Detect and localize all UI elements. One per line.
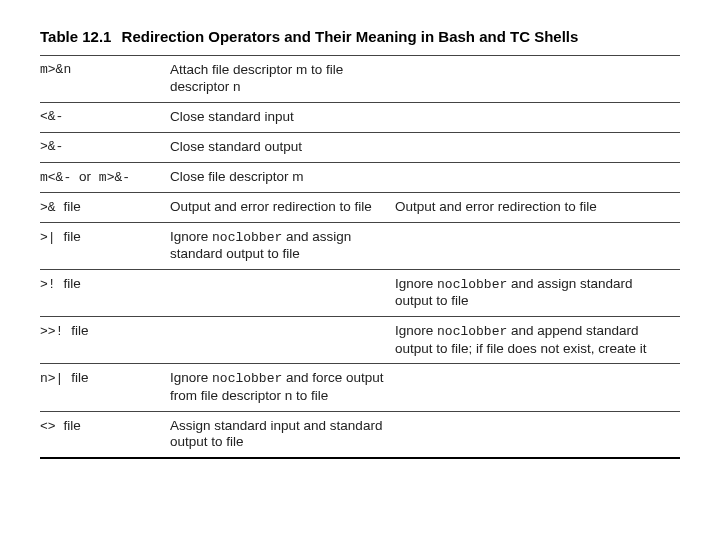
operator-cell: <> file [40,411,170,458]
table-row: m<&- or m>&-Close file descriptor m [40,162,680,192]
bash-meaning-cell: Close standard output [170,132,395,162]
table-row: m>&nAttach file descriptor m to file des… [40,56,680,103]
tcsh-meaning-cell: Ignore noclobber and assign standard out… [395,270,680,317]
operator-cell: >&- [40,132,170,162]
tcsh-meaning-cell [395,132,680,162]
tcsh-meaning-cell: Output and error redirection to file [395,192,680,222]
bash-meaning-cell: Ignore noclobber and force output from f… [170,364,395,411]
table-row: n>| fileIgnore noclobber and force outpu… [40,364,680,411]
tcsh-meaning-cell [395,364,680,411]
table-row: >| fileIgnore noclobber and assign stand… [40,223,680,270]
table-row: >>! fileIgnore noclobber and append stan… [40,317,680,364]
bash-meaning-cell: Close file descriptor m [170,162,395,192]
table-caption: Table 12.1 Redirection Operators and The… [40,28,680,45]
tcsh-meaning-cell: Ignore noclobber and append standard out… [395,317,680,364]
operator-cell: m<&- or m>&- [40,162,170,192]
operator-cell: >>! file [40,317,170,364]
tcsh-meaning-cell [395,162,680,192]
table-row: <> fileAssign standard input and standar… [40,411,680,458]
tcsh-meaning-cell [395,102,680,132]
table-number: Table 12.1 [40,28,111,45]
tcsh-meaning-cell [395,411,680,458]
table-row: >& fileOutput and error redirection to f… [40,192,680,222]
bash-meaning-cell: Output and error redirection to file [170,192,395,222]
bash-meaning-cell [170,270,395,317]
operator-cell: >! file [40,270,170,317]
operator-cell: >| file [40,223,170,270]
bash-meaning-cell: Assign standard input and standard outpu… [170,411,395,458]
bash-meaning-cell: Close standard input [170,102,395,132]
operator-cell: <&- [40,102,170,132]
table-row: >&-Close standard output [40,132,680,162]
operator-cell: n>| file [40,364,170,411]
table-row: >! fileIgnore noclobber and assign stand… [40,270,680,317]
tcsh-meaning-cell [395,56,680,103]
redirection-table: m>&nAttach file descriptor m to file des… [40,55,680,459]
bash-meaning-cell [170,317,395,364]
operator-cell: m>&n [40,56,170,103]
operator-cell: >& file [40,192,170,222]
table-title: Redirection Operators and Their Meaning … [122,28,579,45]
bash-meaning-cell: Ignore noclobber and assign standard out… [170,223,395,270]
tcsh-meaning-cell [395,223,680,270]
bash-meaning-cell: Attach file descriptor m to file descrip… [170,56,395,103]
table-row: <&-Close standard input [40,102,680,132]
